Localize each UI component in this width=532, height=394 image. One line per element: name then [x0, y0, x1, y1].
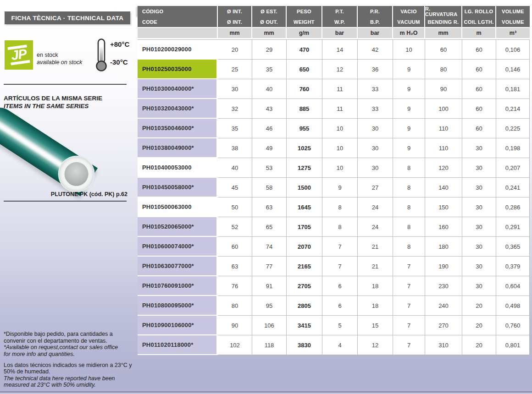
value-cell: 0,760 — [496, 316, 530, 335]
value-cell: 76 — [218, 276, 252, 296]
footnotes: *Disponible bajo pedido, para cantidades… — [4, 331, 138, 393]
table-row: PH010760091000*769127056187230300,604 — [138, 276, 530, 296]
jp-stock-logo-icon: JP — [5, 40, 33, 70]
temperature-max: +80°C — [110, 40, 129, 48]
value-cell: 0,498 — [496, 296, 530, 316]
value-cell: 30 — [462, 197, 496, 217]
value-cell: 42 — [358, 40, 393, 60]
table-header-row-en: CODEØ INT.Ø OUT.WEIGHTW.P.B.P.VACUUMBEND… — [138, 17, 530, 27]
value-cell: 45 — [218, 178, 252, 197]
value-cell: 118 — [252, 335, 287, 355]
code-cell: PH010200029000 — [138, 40, 218, 60]
value-cell: 7 — [393, 335, 425, 355]
column-header-en-6: VACUUM — [393, 17, 425, 27]
value-cell: 190 — [425, 257, 462, 276]
value-cell: 12 — [322, 60, 358, 79]
value-cell: 40 — [252, 79, 287, 99]
value-cell: 0,604 — [496, 276, 530, 296]
value-cell: 30 — [462, 257, 496, 276]
value-cell: 470 — [287, 40, 322, 60]
value-cell: 10 — [393, 40, 425, 60]
value-cell: 20 — [462, 316, 496, 335]
table-row: PH011020118000*10211838304127310200,801 — [138, 335, 530, 355]
value-cell: 0,198 — [496, 138, 530, 158]
value-cell: 8 — [393, 178, 425, 197]
value-cell: 10 — [322, 119, 358, 138]
table-row: PH010520065000*526517058248160300,291 — [138, 217, 530, 237]
stock-text-es: en stock — [37, 52, 82, 59]
value-cell: 240 — [425, 296, 462, 316]
value-cell: 0,286 — [496, 197, 530, 217]
value-cell: 40 — [218, 158, 252, 178]
divider-top — [4, 84, 127, 85]
column-header-es-4: P.T. — [322, 6, 358, 17]
technical-data-table: CÓDIGOØ INT.Ø EST.PESOP.T.P.R.VACIOR. CU… — [138, 6, 530, 355]
value-cell: 30 — [218, 79, 252, 99]
hose-body — [0, 101, 98, 196]
series-heading-en: ITEMS IN THE SAME SERIES — [4, 102, 102, 110]
value-cell: 0,225 — [496, 119, 530, 138]
code-cell: PH010350046000* — [138, 119, 218, 138]
value-cell: 46 — [252, 119, 287, 138]
value-cell: 29 — [252, 40, 287, 60]
stock-availability: en stock available on stock — [37, 52, 82, 66]
value-cell: 20 — [462, 296, 496, 316]
value-cell: 2070 — [287, 237, 322, 257]
value-cell: 9 — [393, 138, 425, 158]
value-cell: 10 — [322, 158, 358, 178]
value-cell: 60 — [218, 237, 252, 257]
column-header-en-4: W.P. — [322, 17, 358, 27]
table-row: PH010380049000*3849102510309110300,198 — [138, 138, 530, 158]
value-cell: 30 — [358, 119, 393, 138]
value-cell: 7 — [393, 316, 425, 335]
column-unit-0 — [138, 28, 218, 38]
value-cell: 6 — [322, 296, 358, 316]
table-row: PH010450058000*455815009278140300,241 — [138, 178, 530, 197]
column-header-es-7: R. CURVATURA — [425, 6, 462, 17]
value-cell: 14 — [322, 40, 358, 60]
column-header-en-1: Ø INT. — [218, 17, 252, 27]
value-cell: 180 — [425, 237, 462, 257]
column-header-en-8: COIL LGTH. — [462, 17, 496, 27]
value-cell: 100 — [425, 99, 462, 119]
value-cell: 30 — [358, 138, 393, 158]
column-header-en-9: VOLUME — [496, 17, 530, 27]
value-cell: 8 — [322, 217, 358, 237]
value-cell: 102 — [218, 335, 252, 355]
value-cell: 110 — [425, 138, 462, 158]
value-cell: 0,379 — [496, 257, 530, 276]
footnote-conditions: Los datos técnicos indicados se midieron… — [4, 362, 138, 389]
value-cell: 12 — [358, 335, 393, 355]
value-cell: 7 — [322, 257, 358, 276]
footnote-availability: *Disponible bajo pedido, para cantidades… — [4, 331, 138, 358]
value-cell: 0,146 — [496, 60, 530, 79]
column-unit-3: g/m — [287, 28, 322, 38]
footnote-conditions-es: Los datos técnicos indicados se midieron… — [4, 362, 138, 375]
value-cell: 0,801 — [496, 335, 530, 355]
value-cell: 18 — [358, 296, 393, 316]
table-row: PH01025003500025356501236980600,146 — [138, 60, 530, 79]
value-cell: 120 — [425, 158, 462, 178]
table-body: PH010200029000202947014421060600,106PH01… — [138, 39, 530, 355]
series-heading: ARTÍCULOS DE LA MISMA SERIE ITEMS IN THE… — [4, 94, 102, 110]
column-unit-8: m — [462, 28, 496, 38]
code-cell: PH010800095000* — [138, 296, 218, 316]
value-cell: 65 — [252, 217, 287, 237]
value-cell: 3415 — [287, 316, 322, 335]
value-cell: 1025 — [287, 138, 322, 158]
column-header-en-5: B.P. — [358, 17, 393, 27]
value-cell: 50 — [218, 197, 252, 217]
value-cell: 3830 — [287, 335, 322, 355]
value-cell: 60 — [462, 40, 496, 60]
value-cell: 35 — [218, 119, 252, 138]
table-row: PH0104000530004053127510308120300,207 — [138, 158, 530, 178]
value-cell: 49 — [252, 138, 287, 158]
value-cell: 9 — [322, 178, 358, 197]
value-cell: 77 — [252, 257, 287, 276]
value-cell: 63 — [218, 257, 252, 276]
value-cell: 90 — [218, 316, 252, 335]
value-cell: 33 — [358, 99, 393, 119]
value-cell: 9 — [393, 79, 425, 99]
value-cell: 6 — [322, 276, 358, 296]
code-cell: PH011020118000* — [138, 335, 218, 355]
